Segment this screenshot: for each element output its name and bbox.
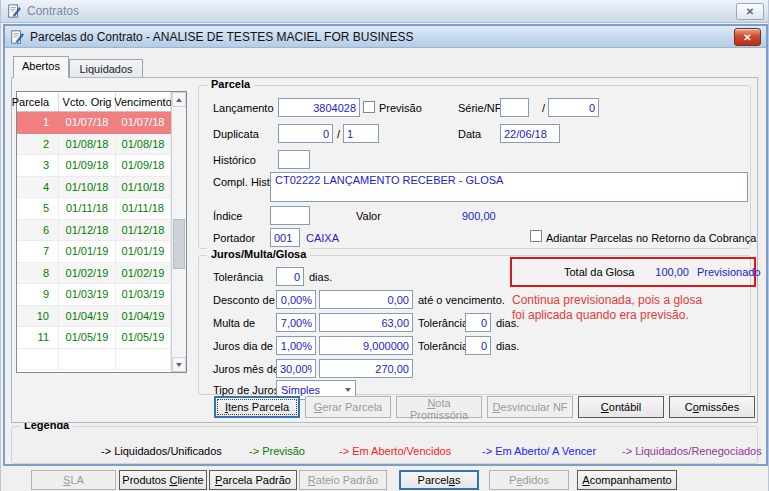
legenda-groupbox: Legenda -> Liquidados/Unificados-> Previ… — [11, 426, 758, 464]
scrollbar-thumb[interactable] — [173, 219, 185, 269]
tab-liquidados[interactable]: Liquidados — [69, 59, 143, 78]
duplicata-input-1[interactable] — [278, 124, 333, 143]
vencimento-cell: 01/07/18 — [116, 112, 171, 134]
portador-input[interactable] — [270, 228, 300, 247]
desvincular-nf-button: Desvincular NF — [487, 396, 573, 418]
parcela-cell: 3 — [17, 155, 59, 177]
total-glosa-status: Previsionado — [697, 266, 761, 278]
parcelas-table-body: 101/07/1801/07/18201/08/1801/08/18301/09… — [17, 112, 171, 370]
lancamento-label: Lançamento — [213, 102, 274, 114]
tab-abertos[interactable]: Abertos — [13, 56, 69, 78]
dialog-titlebar[interactable]: Parcelas do Contrato - ANALISE DE TESTES… — [5, 26, 766, 48]
tipo-juros-label: Tipo de Juros — [213, 384, 279, 396]
parcela-cell: 10 — [17, 306, 59, 328]
action-buttons-row: Itens ParcelaGerar ParcelaNota Promissór… — [214, 396, 756, 418]
total-glosa-value: 100,00 — [655, 266, 689, 278]
parcelas-dialog: Parcelas do Contrato - ANALISE DE TESTES… — [3, 24, 768, 466]
itens-parcela-button[interactable]: Itens Parcela — [214, 396, 300, 418]
duplicata-input-2[interactable] — [343, 124, 379, 143]
multa-pct-input[interactable] — [276, 313, 316, 332]
desconto-value-input[interactable] — [319, 290, 413, 309]
outer-window-titlebar[interactable]: Contratos ✕ — [1, 0, 769, 23]
parcela-cell: 9 — [17, 284, 59, 306]
comissões-button[interactable]: Comissões — [669, 396, 755, 418]
vcto-orig-cell: 01/02/19 — [59, 263, 116, 285]
tolerancia-dias-label: dias. — [309, 271, 332, 283]
table-row[interactable]: 401/10/1801/10/18 — [17, 177, 171, 199]
juros-dia-value-input[interactable] — [319, 336, 413, 355]
juros-dia-tolerancia-input[interactable] — [465, 336, 491, 355]
parcela-group-title: Parcela — [207, 78, 254, 90]
previsao-checkbox[interactable] — [363, 101, 375, 113]
juros-mes-value-input[interactable] — [319, 359, 413, 378]
tolerancia-input[interactable] — [276, 267, 304, 286]
total-glosa-annotation-box: Total da Glosa 100,00 Previsionado — [510, 257, 756, 287]
juros-mes-pct-input[interactable] — [276, 359, 316, 378]
vencimento-cell: 01/11/18 — [116, 198, 171, 220]
scroll-down-button[interactable] — [172, 357, 186, 372]
vencimento-cell: 01/03/19 — [116, 284, 171, 306]
nav-acompanhamento-button[interactable]: Acompanhamento — [577, 470, 677, 490]
empty-cell — [116, 349, 171, 371]
nav-produtos-cliente-button[interactable]: Produtos Cliente — [119, 470, 207, 490]
adiantar-checkbox[interactable] — [530, 230, 542, 242]
scroll-down-icon — [176, 363, 182, 367]
column-header-parcela[interactable]: Parcela — [17, 92, 59, 111]
table-row[interactable]: 101/07/1801/07/18 — [17, 112, 171, 134]
document-pencil-icon — [7, 4, 21, 18]
serie-nf-label: Série/NF — [458, 102, 501, 114]
tolerancia-label: Tolerância — [213, 271, 263, 283]
juros-dia-label: Juros dia de — [213, 340, 273, 352]
data-input[interactable] — [500, 124, 560, 143]
parcelas-table: ParcelaVcto. OrigVencimento 101/07/1801/… — [16, 91, 187, 373]
column-header-vencimento[interactable]: Vencimento — [116, 92, 171, 111]
table-row-empty — [17, 349, 171, 371]
multa-tolerancia-label: Tolerância — [418, 317, 468, 329]
vcto-orig-cell: 01/10/18 — [59, 177, 116, 199]
table-row[interactable]: 701/01/1901/01/19 — [17, 241, 171, 263]
scroll-up-button[interactable] — [172, 92, 186, 107]
vcto-orig-cell: 01/11/18 — [59, 198, 116, 220]
bottom-navigation-bar: SLAProdutos ClienteParcela PadrãoRateio … — [1, 466, 769, 491]
table-row[interactable]: 901/03/1901/03/19 — [17, 284, 171, 306]
multa-value-input[interactable] — [319, 313, 413, 332]
multa-tolerancia-input[interactable] — [465, 313, 491, 332]
dialog-close-button[interactable]: ✕ — [734, 28, 761, 46]
empty-cell — [59, 349, 116, 371]
previsao-label: Previsão — [379, 102, 422, 114]
nav-parcela-padrão-button[interactable]: Parcela Padrão — [209, 470, 297, 490]
serie-nf-input-2[interactable] — [548, 98, 599, 117]
table-row[interactable]: 201/08/1801/08/18 — [17, 134, 171, 156]
lancamento-input[interactable] — [278, 98, 360, 117]
table-row[interactable]: 801/02/1901/02/19 — [17, 263, 171, 285]
vencimento-cell: 01/10/18 — [116, 177, 171, 199]
serie-nf-input-1[interactable] — [500, 98, 529, 117]
compl-historico-textarea[interactable]: CT02222 LANÇAMENTO RECEBER - GLOSA — [270, 172, 748, 202]
historico-input[interactable] — [278, 150, 310, 169]
serie-nf-separator: / — [542, 102, 545, 114]
table-row[interactable]: 1101/05/1901/05/19 — [17, 327, 171, 349]
indice-label: Índice — [213, 210, 242, 222]
vencimento-cell: 01/05/19 — [116, 327, 171, 349]
desconto-pct-input[interactable] — [276, 290, 316, 309]
nav-parcelas-button[interactable]: Parcelas — [399, 470, 479, 490]
table-scrollbar[interactable] — [171, 92, 186, 372]
table-row[interactable]: 601/12/1801/12/18 — [17, 220, 171, 242]
column-header-vcto-orig[interactable]: Vcto. Orig — [59, 92, 116, 111]
parcela-cell: 2 — [17, 134, 59, 156]
contábil-button[interactable]: Contábil — [578, 396, 664, 418]
portador-name: CAIXA — [306, 232, 339, 244]
outer-window-title: Contratos — [27, 4, 79, 18]
nav-pedidos-button: Pedidos — [489, 470, 569, 490]
juros-dia-pct-input[interactable] — [276, 336, 316, 355]
valor-value: 900,00 — [462, 210, 496, 222]
outer-close-button[interactable]: ✕ — [736, 3, 764, 20]
table-row[interactable]: 501/11/1801/11/18 — [17, 198, 171, 220]
indice-input[interactable] — [270, 206, 310, 225]
glosa-note-line1: Continua previsionada, pois a glosa — [512, 293, 702, 307]
table-row[interactable]: 301/09/1801/09/18 — [17, 155, 171, 177]
document-pencil-icon — [10, 30, 24, 44]
adiantar-label: Adiantar Parcelas no Retorno da Cobrança — [546, 232, 756, 244]
parcela-cell: 4 — [17, 177, 59, 199]
table-row[interactable]: 1001/04/1901/04/19 — [17, 306, 171, 328]
